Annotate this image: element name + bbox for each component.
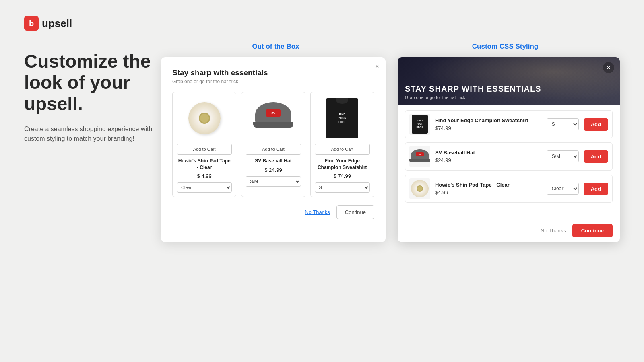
custom-product-name-hat: SV Baseball Hat — [435, 150, 542, 156]
custom-product-row-hat: SV SV Baseball Hat $24.99 S/M L/XL — [405, 142, 613, 171]
custom-select-sweatshirt[interactable]: S M L XL — [547, 118, 579, 130]
outofbox-products-row: Add to Cart Howie's Shin Pad Tape - Clea… — [172, 92, 374, 197]
product-price-tape: $ 4.99 — [197, 173, 212, 179]
product-select-tape[interactable]: Clear — [177, 182, 232, 193]
tape-icon — [188, 102, 221, 134]
product-img-sweatshirt: FINDYOUREDGE — [315, 96, 370, 140]
product-price-sweatshirt: $ 74.99 — [334, 173, 351, 179]
custom-product-name-sweatshirt: Find Your Edge Champion Sweatshirt — [435, 117, 542, 124]
product-img-tape — [177, 96, 232, 140]
banner-content: STAY SHARP WITH ESSENTIALS Grab one or g… — [405, 84, 541, 100]
outofbox-close-button[interactable]: × — [375, 63, 379, 70]
shirt-text: FINDYOUREDGE — [336, 111, 348, 125]
custom-select-hat[interactable]: S/M L/XL — [547, 150, 579, 162]
custom-no-thanks-button[interactable]: No Thanks — [541, 228, 566, 234]
page-headline: Customize the look of your upsell. — [24, 51, 161, 115]
custom-product-price-tape: $4.99 — [435, 189, 542, 195]
outofbox-modal-subtitle: Grab one or go for the hat-trick — [172, 79, 374, 84]
demo-labels: Out of the Box Custom CSS Styling — [161, 43, 620, 51]
custom-product-info-hat: SV Baseball Hat $24.99 — [435, 150, 542, 163]
custom-sweatshirt-icon: FINDYOUREDGE — [412, 115, 428, 134]
custom-select-tape[interactable]: Clear — [547, 183, 579, 195]
custom-modal-banner: STAY SHARP WITH ESSENTIALS Grab one or g… — [398, 57, 620, 105]
custom-tape-icon — [411, 180, 429, 197]
custom-label: Custom CSS Styling — [390, 43, 620, 51]
product-card-sweatshirt: FINDYOUREDGE Add to Cart Find Your Edge … — [310, 92, 374, 197]
outofbox-no-thanks-button[interactable]: No Thanks — [305, 209, 330, 215]
product-name-hat: SV Baseball Hat — [255, 158, 291, 165]
add-to-cart-hat-button[interactable]: Add to Cart — [246, 144, 301, 155]
custom-hat-icon: SV — [411, 149, 429, 164]
product-name-tape: Howie's Shin Pad Tape - Clear — [177, 158, 232, 171]
banner-subtitle: Grab one or go for the hat-trick — [405, 95, 541, 100]
logo-text: upsell — [42, 17, 72, 30]
custom-thumb-hat: SV — [409, 146, 430, 167]
custom-tape-core — [417, 185, 423, 192]
main-content: Customize the look of your upsell. Creat… — [24, 43, 620, 346]
product-card-hat: SV Add to Cart SV Baseball Hat $ 24.99 S… — [241, 92, 305, 197]
custom-close-button[interactable]: × — [603, 62, 614, 73]
demos-row: × Stay sharp with essentials Grab one or… — [161, 57, 620, 346]
custom-add-hat-button[interactable]: Add — [584, 150, 608, 163]
custom-thumb-sweatshirt: FINDYOUREDGE — [409, 114, 430, 135]
custom-product-name-tape: Howie's Shin Pad Tape - Clear — [435, 182, 542, 189]
custom-product-info-sweatshirt: Find Your Edge Champion Sweatshirt $74.9… — [435, 117, 542, 131]
left-panel: Customize the look of your upsell. Creat… — [24, 43, 161, 346]
outofbox-continue-button[interactable]: Continue — [336, 205, 374, 219]
custom-product-info-tape: Howie's Shin Pad Tape - Clear $4.99 — [435, 182, 542, 195]
custom-hat-brim — [409, 159, 430, 162]
hat-logo-icon: SV — [266, 109, 281, 117]
custom-hat-body: SV — [411, 149, 429, 160]
add-to-cart-tape-button[interactable]: Add to Cart — [177, 144, 232, 155]
custom-hat-logo: SV — [416, 152, 424, 156]
page-subtext: Create a seamless shopping experience wi… — [24, 124, 161, 144]
hat-body-icon: SV — [255, 102, 291, 124]
product-card-tape: Add to Cart Howie's Shin Pad Tape - Clea… — [172, 92, 236, 197]
sweatshirt-icon: FINDYOUREDGE — [326, 98, 358, 138]
custom-product-price-hat: $24.99 — [435, 157, 542, 163]
hat-icon: SV — [255, 102, 291, 134]
banner-title: STAY SHARP WITH ESSENTIALS — [405, 84, 541, 94]
logo-icon: b — [24, 16, 39, 31]
demos-area: Out of the Box Custom CSS Styling × Stay… — [161, 43, 620, 346]
custom-modal-footer: No Thanks Continue — [398, 219, 620, 242]
product-name-sweatshirt: Find Your Edge Champion Sweatshirt — [315, 158, 370, 171]
page: b upsell Customize the look of your upse… — [0, 0, 644, 362]
custom-add-tape-button[interactable]: Add — [584, 183, 608, 195]
hat-brim-icon — [253, 122, 293, 128]
collar-icon — [336, 98, 348, 104]
hat-logo-text: SV — [271, 112, 275, 115]
custom-continue-button[interactable]: Continue — [572, 224, 613, 237]
custom-product-row-tape: Howie's Shin Pad Tape - Clear $4.99 Clea… — [405, 175, 613, 203]
outofbox-modal-footer: No Thanks Continue — [172, 205, 374, 219]
tape-core-icon — [199, 113, 210, 124]
custom-modal: × STAY SHARP WITH ESSENTIALS Grab one or… — [398, 57, 620, 242]
custom-product-row-sweatshirt: FINDYOUREDGE Find Your Edge Champion Swe… — [405, 110, 613, 138]
product-img-hat: SV — [246, 96, 301, 140]
add-to-cart-sweatshirt-button[interactable]: Add to Cart — [315, 144, 370, 155]
outofbox-modal: × Stay sharp with essentials Grab one or… — [161, 57, 386, 242]
custom-add-sweatshirt-button[interactable]: Add — [584, 118, 608, 131]
outofbox-modal-title: Stay sharp with essentials — [172, 68, 374, 77]
custom-product-price-sweatshirt: $74.99 — [435, 125, 542, 131]
outofbox-label: Out of the Box — [161, 43, 390, 51]
custom-products-list: FINDYOUREDGE Find Your Edge Champion Swe… — [398, 105, 620, 219]
custom-thumb-tape — [409, 178, 430, 199]
product-price-hat: $ 24.99 — [264, 167, 282, 173]
product-select-sweatshirt[interactable]: S M L XL — [315, 182, 370, 193]
product-select-hat[interactable]: S/M L/XL — [246, 176, 301, 187]
logo-area: b upsell — [24, 16, 620, 31]
